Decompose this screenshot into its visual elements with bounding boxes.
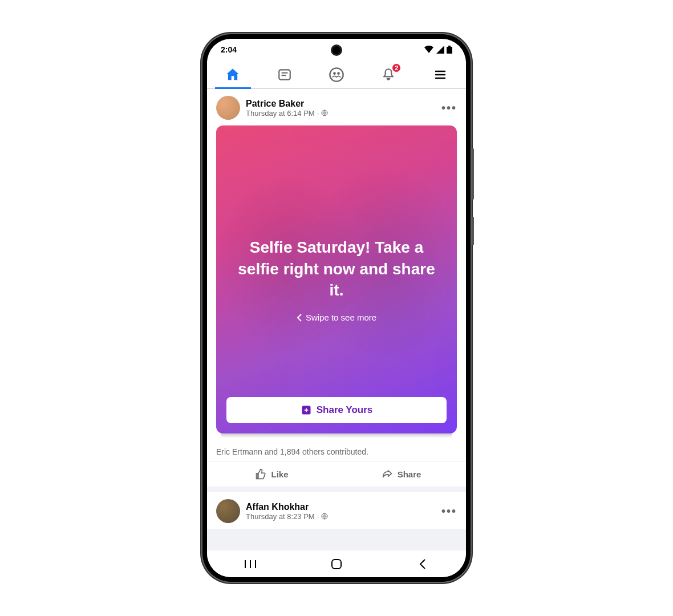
home-outline-icon [331,558,342,570]
svg-rect-14 [306,408,307,412]
post-card[interactable]: Selfie Saturday! Take a selfie right now… [216,125,457,433]
back-icon [419,558,427,570]
contributors-line[interactable]: Eric Ertmann and 1,894 others contribute… [207,443,466,461]
avatar[interactable] [216,499,240,523]
status-icons [424,46,452,54]
volume-button [472,148,474,200]
groups-icon [329,67,344,83]
tab-home[interactable] [207,60,259,88]
camera-notch [331,44,342,56]
add-photo-icon [301,404,312,416]
menu-icon [433,68,447,82]
post-timestamp: Thursday at 6:14 PM · [246,109,436,117]
globe-icon [321,110,328,116]
svg-rect-1 [448,46,451,47]
post-author[interactable]: Affan Khokhar [246,502,436,512]
post-actions: Like Share [207,461,466,487]
globe-icon [321,513,328,520]
recents-icon [244,559,257,569]
phone-screen: 2:04 2 [207,39,466,577]
power-button [472,217,474,245]
share-label: Share [398,469,421,479]
chevron-left-icon [297,314,302,322]
phone-frame: 2:04 2 [202,34,471,582]
nav-recents[interactable] [207,559,293,569]
status-time: 2:04 [221,45,237,54]
notification-badge: 2 [391,63,402,73]
signal-icon [436,46,444,54]
like-label: Like [271,469,288,479]
svg-rect-0 [447,47,452,54]
post: Patrice Baker Thursday at 6:14 PM · ••• … [207,89,466,487]
like-button[interactable]: Like [207,461,336,487]
share-icon [382,468,393,480]
nav-home[interactable] [293,558,379,570]
svg-point-6 [333,72,336,75]
post: Affan Khokhar Thursday at 8:23 PM · ••• [207,492,466,529]
post-more-button[interactable]: ••• [441,505,457,518]
svg-point-5 [330,68,343,81]
post-timestamp: Thursday at 8:23 PM · [246,512,436,521]
svg-rect-19 [332,560,341,569]
share-button[interactable]: Share [336,461,466,487]
top-tabbar: 2 [207,60,466,89]
android-nav-bar [207,550,466,577]
wifi-icon [424,46,434,54]
nav-back[interactable] [380,558,466,570]
timestamp-text: Thursday at 8:23 PM [246,512,315,521]
svg-point-7 [337,72,340,75]
swipe-hint-text: Swipe to see more [306,313,376,322]
tab-menu[interactable] [414,60,466,88]
post-author[interactable]: Patrice Baker [246,99,436,109]
post-more-button[interactable]: ••• [441,102,457,115]
battery-icon [447,46,452,54]
tab-notifications[interactable]: 2 [362,60,414,88]
swipe-hint: Swipe to see more [297,313,376,322]
tab-groups[interactable] [311,60,363,88]
feed[interactable]: Patrice Baker Thursday at 6:14 PM · ••• … [207,89,466,550]
share-yours-button[interactable]: Share Yours [226,397,447,423]
share-yours-label: Share Yours [317,404,373,416]
card-title: Selfie Saturday! Take a selfie right now… [228,237,445,301]
avatar[interactable] [216,96,240,120]
post-header: Patrice Baker Thursday at 6:14 PM · ••• [207,89,466,125]
card-shadow [221,433,452,438]
post-header: Affan Khokhar Thursday at 8:23 PM · ••• [207,492,466,529]
like-icon [255,468,266,480]
timestamp-text: Thursday at 6:14 PM [246,109,315,117]
home-icon [225,67,241,83]
news-icon [277,67,292,82]
tab-news[interactable] [259,60,311,88]
